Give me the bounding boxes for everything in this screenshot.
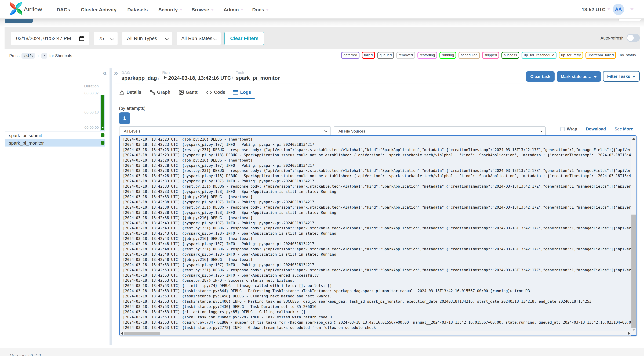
nav-item-datasets[interactable]: Datasets	[127, 7, 148, 13]
breadcrumb-dag-value[interactable]: sparkapp_dag	[122, 75, 157, 81]
log-line: [2024-03-18, 13:42:43 UTC] {pyspark_pi.p…	[123, 231, 631, 236]
vertical-scrollbar[interactable]	[631, 136, 636, 335]
attempts-label: (by attempts)	[119, 106, 146, 111]
log-line: [2024-03-18, 13:42:33 UTC] {pyspark_pi.p…	[123, 179, 631, 184]
scroll-right-icon[interactable]	[628, 332, 630, 335]
tab-logs[interactable]: Logs	[233, 90, 251, 95]
task-row-spark_pi_monitor[interactable]: spark_pi_monitor	[5, 139, 105, 146]
scroll-down-icon[interactable]	[632, 329, 636, 331]
task-row-spark_pi_submit[interactable]: spark_pi_submit	[5, 131, 105, 139]
vertical-scrollbar-thumb[interactable]	[632, 215, 636, 328]
nav-item-docs[interactable]: Docs	[252, 7, 269, 13]
hint-plus: +	[37, 54, 39, 58]
tab-label: Graph	[157, 90, 170, 95]
version-link[interactable]: v2.7.2	[28, 353, 41, 356]
nav-item-browse[interactable]: Browse	[192, 7, 214, 13]
brand-title[interactable]: Airflow	[24, 6, 42, 13]
log-line: [2024-03-18, 13:42:53 UTC] {taskinstance…	[123, 304, 631, 309]
nav-item-security[interactable]: Security	[158, 7, 183, 13]
log-line: [2024-03-18, 13:42:48 UTC] {rest.py:231}…	[123, 247, 631, 252]
task-state-square[interactable]	[101, 141, 104, 145]
log-line: [2024-03-18, 13:42:48 UTC] {job.py:216} …	[123, 257, 631, 262]
tab-details[interactable]: Details	[119, 90, 141, 95]
nav-item-label: Docs	[252, 7, 264, 13]
clear-filters-button[interactable]: Clear Filters	[224, 32, 264, 45]
run-types-select[interactable]: All Run Types	[122, 32, 172, 45]
nav-item-dags[interactable]: DAGs	[56, 7, 70, 13]
wrap-checkbox[interactable]	[560, 127, 565, 131]
clipped-button-group	[618, 19, 641, 21]
log-line: [2024-03-18, 13:42:53 UTC] {cli_action_l…	[123, 309, 631, 315]
nav-item-label: Datasets	[127, 7, 148, 13]
file-source-select[interactable]: All File Sources	[334, 126, 546, 136]
logs-icon	[233, 90, 238, 95]
status-badge-skipped: skipped	[482, 52, 499, 59]
tab-gantt[interactable]: Gantt	[179, 90, 198, 95]
attempt-1-button[interactable]: 1	[119, 112, 130, 124]
log-line: [2024-03-18, 13:42:48 UTC] {pyspark_pi.p…	[123, 242, 631, 247]
chevron-down-icon	[240, 9, 244, 11]
see-more-link[interactable]: See More	[614, 127, 633, 131]
nav-item-admin[interactable]: Admin	[224, 7, 244, 13]
wrap-label: Wrap	[567, 127, 577, 131]
log-line: [2024-03-18, 13:42:23 UTC] {rest.py:231}…	[123, 147, 631, 153]
log-content[interactable]: [2024-03-18, 13:42:23 UTC] {job.py:216} …	[119, 136, 631, 331]
graph-icon	[150, 90, 155, 95]
breadcrumb-task-value[interactable]: spark_pi_monitor	[236, 75, 280, 81]
horizontal-scrollbar[interactable]	[120, 331, 631, 335]
run-states-value: All Run States	[181, 36, 212, 41]
log-line: [2024-03-18, 13:42:53 UTC] {taskinstance…	[123, 288, 631, 294]
mark-state-button[interactable]: Mark state as…	[557, 71, 601, 82]
log-level-select[interactable]: All Levels	[119, 126, 331, 136]
panel-divider[interactable]	[110, 68, 112, 345]
log-line: [2024-03-18, 13:42:38 UTC] {job.py:216} …	[123, 215, 631, 221]
manual-run-icon	[102, 126, 104, 129]
filter-tasks-label: Filter Tasks	[607, 74, 630, 79]
footer: Version: v2.7.2	[0, 348, 644, 356]
date-input[interactable]: 03/18/2024, 01:52:47 PM	[11, 32, 89, 45]
expand-panel-icon[interactable]: »	[114, 69, 118, 77]
log-line: [2024-03-18, 13:42:43 UTC] {job.py:216} …	[123, 236, 631, 242]
tab-bar-border	[115, 99, 640, 99]
clear-task-button[interactable]: Clear task	[526, 71, 554, 82]
duration-axis-label: Duration	[64, 84, 99, 88]
nav-item-cluster-activity[interactable]: Cluster Activity	[81, 7, 116, 13]
chevron-down-icon	[539, 129, 542, 132]
axis-tick: 00:00:37	[64, 91, 99, 95]
status-badge-deferred: deferred	[341, 52, 359, 59]
scroll-up-icon[interactable]	[632, 138, 636, 140]
chevron-down-icon[interactable]	[630, 9, 634, 10]
toggle-knob	[627, 35, 634, 41]
chevron-down-icon	[594, 76, 597, 78]
log-line: [2024-03-18, 13:42:33 UTC] {job.py:216} …	[123, 195, 631, 200]
task-name: spark_pi_monitor	[9, 140, 44, 146]
log-line: [2024-03-18, 13:42:53 UTC] {__init__.py:…	[123, 283, 631, 288]
clipped-banner	[5, 19, 33, 23]
run-duration-bar[interactable]	[101, 95, 104, 130]
auto-refresh-toggle[interactable]	[626, 34, 640, 42]
download-link[interactable]: Download	[586, 127, 606, 131]
task-state-square[interactable]	[101, 133, 104, 137]
horizontal-scrollbar-thumb[interactable]	[124, 332, 160, 335]
avatar[interactable]: AA	[613, 4, 624, 15]
breadcrumb-run-value[interactable]: 2024-03-18, 13:42:16 UTC	[168, 75, 231, 81]
tab-label: Code	[214, 90, 225, 95]
task-name: spark_pi_submit	[9, 133, 42, 138]
filter-tasks-button[interactable]: Filter Tasks	[603, 71, 640, 82]
collapse-panel-icon[interactable]: «	[103, 69, 107, 77]
chevron-down-icon	[214, 37, 217, 41]
log-line: [2024-03-18, 13:42:53 UTC] {pyspark_pi.p…	[123, 273, 631, 278]
tab-code[interactable]: Code	[206, 90, 225, 95]
scroll-left-icon[interactable]	[121, 332, 123, 335]
log-line: [2024-03-18, 13:42:33 UTC] {rest.py:231}…	[123, 184, 631, 189]
hint-press: Press	[9, 54, 20, 58]
tab-graph[interactable]: Graph	[150, 90, 170, 95]
page-size-select[interactable]: 25	[94, 32, 118, 45]
clock-dropdown[interactable]: 13:52 UTC	[582, 7, 610, 13]
nav-item-label: DAGs	[56, 7, 70, 13]
log-line: [2024-03-18, 13:42:53 UTC] {rest.py:231}…	[123, 268, 631, 273]
navbar-shadow	[0, 19, 644, 27]
log-line: [2024-03-18, 13:42:23 UTC] {job.py:216} …	[123, 137, 631, 142]
chevron-down-icon	[110, 37, 114, 41]
run-states-select[interactable]: All Run States	[176, 32, 220, 45]
